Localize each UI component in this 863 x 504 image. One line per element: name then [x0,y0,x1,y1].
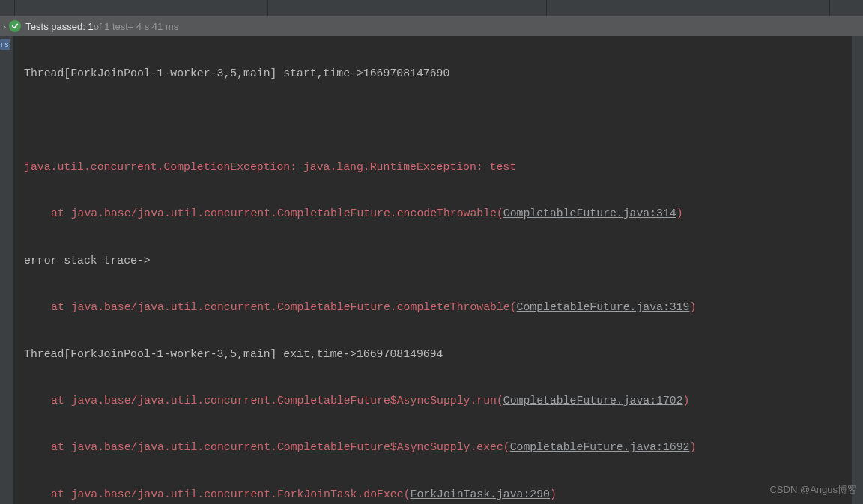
console-line: at java.base/java.util.concurrent.Comple… [24,202,863,225]
stdout-text: Thread[ForkJoinPool-1-worker-3,5,main] e… [24,348,443,360]
tests-total-label: of 1 test [94,21,128,32]
console-line: Thread[ForkJoinPool-1-worker-3,5,main] s… [24,62,863,85]
top-cell [268,0,547,16]
source-link[interactable]: ForkJoinTask.java:290 [411,488,550,500]
console-line: error stack trace-> [24,249,863,273]
console-line: Thread[ForkJoinPool-1-worker-3,5,main] e… [24,343,863,366]
expand-icon[interactable]: › [3,21,6,32]
console-line: at java.base/java.util.concurrent.Comple… [24,436,863,459]
console-line: at java.base/java.util.concurrent.Comple… [24,389,863,413]
stack-frame: at java.base/java.util.concurrent.ForkJo… [51,488,404,500]
main-area: ns Thread[ForkJoinPool-1-worker-3,5,main… [0,36,863,504]
console-line: at java.base/java.util.concurrent.ForkJo… [24,483,863,504]
left-gutter[interactable]: ns [0,36,13,504]
source-link[interactable]: CompletableFuture.java:1702 [503,395,683,407]
source-link[interactable]: CompletableFuture.java:314 [503,207,676,219]
source-link[interactable]: CompletableFuture.java:1692 [510,441,690,453]
test-status-bar: › Tests passed: 1 of 1 test – 4 s 41 ms [0,16,863,36]
stdout-text: Thread[ForkJoinPool-1-worker-3,5,main] s… [24,67,449,79]
exception-text: java.util.concurrent.CompletionException… [24,161,516,173]
top-cell [0,0,15,16]
tests-passed-label: Tests passed: [25,21,85,32]
gutter-tab[interactable]: ns [0,39,10,50]
tests-timing: – 4 s 41 ms [128,21,178,32]
console-line: java.util.concurrent.CompletionException… [24,156,863,179]
console-line: at java.base/java.util.concurrent.Comple… [24,296,863,319]
stack-frame: at java.base/java.util.concurrent.Comple… [51,395,497,407]
stack-frame: at java.base/java.util.concurrent.Comple… [51,301,510,313]
stack-frame: at java.base/java.util.concurrent.Comple… [51,441,503,453]
tests-passed-icon [9,20,21,32]
stack-frame: at java.base/java.util.concurrent.Comple… [51,207,497,219]
tests-passed-count: 1 [88,21,93,32]
top-cell [15,0,268,16]
top-cell [547,0,830,16]
console-output[interactable]: Thread[ForkJoinPool-1-worker-3,5,main] s… [13,36,863,504]
top-tab-bar [0,0,863,16]
vertical-scrollbar[interactable] [852,36,863,504]
watermark-text: CSDN @Angus博客 [769,483,857,497]
console-line [24,109,863,133]
stdout-text: error stack trace-> [24,255,151,267]
source-link[interactable]: CompletableFuture.java:319 [517,301,690,313]
